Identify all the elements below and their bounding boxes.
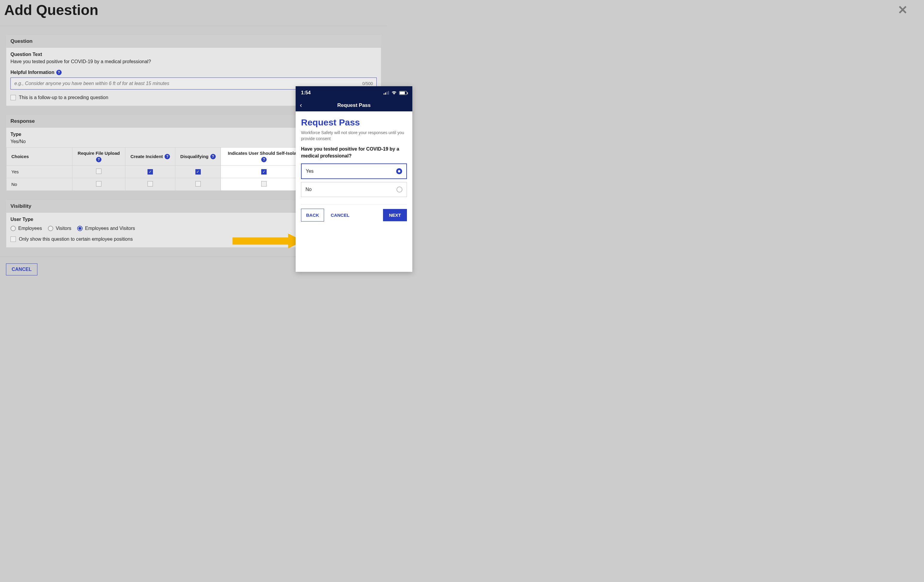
require-file-upload-checkbox[interactable] [96,169,101,174]
mobile-option-yes[interactable]: Yes [301,164,407,179]
followup-checkbox[interactable] [10,95,16,100]
mobile-navbar: ‹ Request Pass [295,99,412,111]
radio-employees-label: Employees [18,226,42,231]
help-icon[interactable]: ? [165,154,170,159]
mobile-subtext: Workforce Safety will not store your res… [301,130,407,142]
helpful-info-placeholder: e.g., Consider anyone you have been with… [14,81,169,86]
col-disqualifying: Disqualifying? [175,147,221,165]
col-create-incident: Create Incident? [125,147,175,165]
mobile-next-button[interactable]: NEXT [383,209,407,221]
mobile-heading: Request Pass [301,117,407,127]
help-icon[interactable]: ? [96,157,101,162]
mobile-nav-title: Request Pass [337,103,371,108]
mobile-back-button[interactable]: BACK [301,209,324,222]
panel-header-question: Question [6,35,381,48]
mobile-option-no[interactable]: No [301,182,407,197]
mobile-statusbar: 1:54 [295,86,412,99]
col-choices: Choices [7,147,73,165]
create-incident-checkbox[interactable] [147,181,153,187]
wifi-icon [391,91,397,94]
radio-icon [396,168,402,174]
mobile-option-yes-label: Yes [306,169,314,174]
separator [0,26,387,26]
positions-label: Only show this question to certain emplo… [19,236,133,242]
self-isolate-checkbox[interactable] [261,181,267,187]
mobile-divider [301,204,407,205]
question-text-label: Question Text [10,52,377,57]
mobile-option-no-label: No [305,187,312,192]
page-title: Add Question [4,2,99,18]
mobile-preview: 1:54 ‹ Request Pass Request Pass Workfor… [295,86,412,272]
radio-visitors-label: Visitors [56,226,71,231]
require-file-upload-checkbox[interactable] [96,181,101,187]
radio-employees[interactable] [10,226,16,231]
radio-icon [396,187,403,192]
back-icon[interactable]: ‹ [300,101,302,109]
radio-both-label: Employees and Visitors [85,226,135,231]
helpful-info-counter: 0/500 [362,81,373,86]
create-incident-checkbox[interactable] [147,169,153,175]
self-isolate-checkbox[interactable] [261,169,267,175]
cancel-button[interactable]: CANCEL [6,263,37,275]
signal-icon [384,91,389,94]
choice-cell: No [7,178,73,191]
followup-label: This is a follow-up to a preceding quest… [19,95,108,100]
help-icon[interactable]: ? [261,157,267,162]
col-self-isolate: Indicates User Should Self-Isolate? [221,147,307,165]
col-require-file-upload: Require File Upload? [73,147,125,165]
battery-icon [399,91,407,95]
disqualifying-checkbox[interactable] [195,169,201,175]
mobile-cancel-button[interactable]: CANCEL [331,213,350,218]
disqualifying-checkbox[interactable] [195,181,201,187]
positions-checkbox[interactable] [10,236,16,242]
radio-visitors[interactable] [48,226,53,231]
helpful-info-label: Helpful Information [10,70,54,75]
question-text-value: Have you tested positive for COVID-19 by… [10,59,377,64]
help-icon[interactable]: ? [210,154,216,159]
choice-cell: Yes [7,165,73,178]
close-icon[interactable]: ✕ [898,3,908,17]
radio-both[interactable] [77,226,82,231]
mobile-question: Have you tested positive for COVID-19 by… [301,146,407,159]
status-time: 1:54 [301,90,310,96]
help-icon[interactable]: ? [56,70,62,75]
